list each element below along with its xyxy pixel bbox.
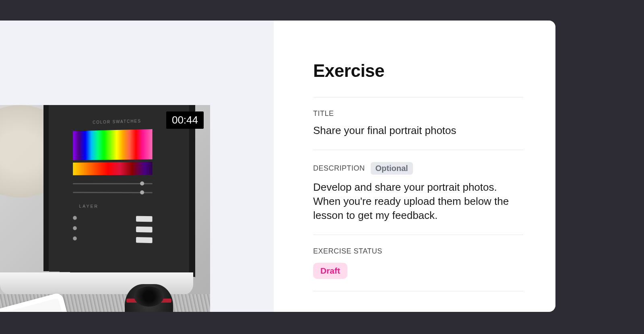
status-badge[interactable]: Draft	[313, 263, 347, 279]
title-section: TITLE Share your final portrait photos	[313, 97, 523, 150]
left-preview-panel: 00:44 COLOR SWATCHES LAYER	[0, 21, 274, 312]
exercise-heading: Exercise	[313, 61, 523, 81]
video-preview[interactable]: 00:44 COLOR SWATCHES LAYER	[0, 105, 210, 312]
status-label: EXERCISE STATUS	[313, 247, 382, 256]
description-section: DESCRIPTION Optional Develop and share y…	[313, 150, 523, 235]
title-value[interactable]: Share your final portrait photos	[313, 124, 523, 138]
title-label: TITLE	[313, 109, 334, 118]
color-gradient-1	[73, 129, 152, 160]
optional-badge: Optional	[371, 162, 413, 175]
description-label: DESCRIPTION	[313, 164, 365, 173]
video-content-image: COLOR SWATCHES LAYER	[0, 105, 210, 312]
swatches-label: COLOR SWATCHES	[93, 119, 141, 124]
monitor-frame: COLOR SWATCHES LAYER	[43, 105, 195, 277]
main-container: 00:44 COLOR SWATCHES LAYER	[0, 21, 555, 312]
divider	[313, 291, 523, 291]
description-value[interactable]: Develop and share your portrait photos. …	[313, 180, 523, 223]
video-timestamp: 00:44	[166, 111, 204, 129]
status-section: EXERCISE STATUS Draft	[313, 235, 523, 291]
exercise-detail-panel: Exercise TITLE Share your final portrait…	[274, 21, 555, 312]
color-gradient-2	[73, 162, 152, 175]
camera-lens	[125, 284, 173, 312]
layer-label: LAYER	[79, 204, 99, 208]
